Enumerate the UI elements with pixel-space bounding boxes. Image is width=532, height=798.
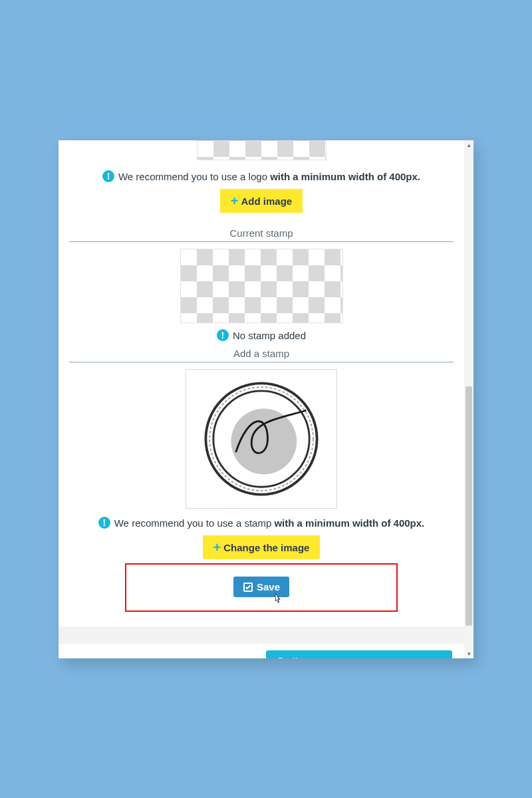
scroll-down-icon[interactable]: ▾ — [464, 649, 473, 658]
stamp-recommend-bold: with a minimum width of 400px. — [274, 517, 424, 529]
stamp-recommend-row: ! We recommend you to use a stamp with a… — [59, 517, 464, 529]
scroll-up-icon[interactable]: ▴ — [464, 140, 473, 150]
app-window: ! We recommend you to use a logo with a … — [59, 140, 473, 658]
info-icon: ! — [102, 170, 114, 182]
current-stamp-placeholder — [180, 249, 343, 323]
stamp-icon — [198, 376, 325, 502]
save-label: Save — [257, 581, 280, 593]
logo-recommend-text: We recommend you to use a logo with a mi… — [118, 171, 420, 182]
no-stamp-text: No stamp added — [233, 330, 306, 341]
add-image-label: Add image — [241, 196, 293, 207]
footer-row: What are You in Online — [59, 644, 464, 658]
save-highlight: Save — [125, 563, 398, 612]
info-icon: ! — [98, 517, 110, 529]
footer-band — [59, 626, 464, 644]
plus-icon: + — [231, 194, 239, 207]
plus-icon: + — [213, 541, 221, 554]
current-stamp-title: Current stamp — [59, 227, 464, 239]
add-stamp-title: Add a stamp — [59, 348, 464, 359]
change-image-button[interactable]: + Change the image — [203, 535, 321, 559]
scrollbar[interactable]: ▴ ▾ — [464, 140, 473, 658]
content: ! We recommend you to use a logo with a … — [59, 140, 464, 658]
stamp-recommend-text: We recommend you to use a stamp with a m… — [114, 517, 425, 529]
cursor-icon — [271, 592, 284, 606]
change-image-label: Change the image — [223, 542, 309, 553]
no-stamp-row: ! No stamp added — [59, 329, 464, 341]
stamp-recommend-prefix: We recommend you to use a stamp — [114, 517, 275, 529]
logo-placeholder — [197, 140, 327, 160]
info-icon: ! — [217, 329, 229, 341]
divider — [69, 241, 454, 242]
stamp-preview[interactable] — [186, 369, 337, 509]
logo-recommend-bold: with a minimum width of 400px. — [270, 171, 420, 182]
viewport: ! We recommend you to use a logo with a … — [59, 140, 464, 658]
logo-recommend-prefix: We recommend you to use a logo — [118, 171, 270, 182]
online-label: Online — [275, 655, 312, 658]
scroll-thumb[interactable] — [466, 386, 472, 626]
divider — [69, 362, 454, 362]
online-chat[interactable]: Online — [266, 650, 452, 658]
check-icon — [243, 582, 253, 593]
logo-recommend-row: ! We recommend you to use a logo with a … — [59, 170, 464, 182]
add-image-button[interactable]: + Add image — [220, 189, 303, 213]
